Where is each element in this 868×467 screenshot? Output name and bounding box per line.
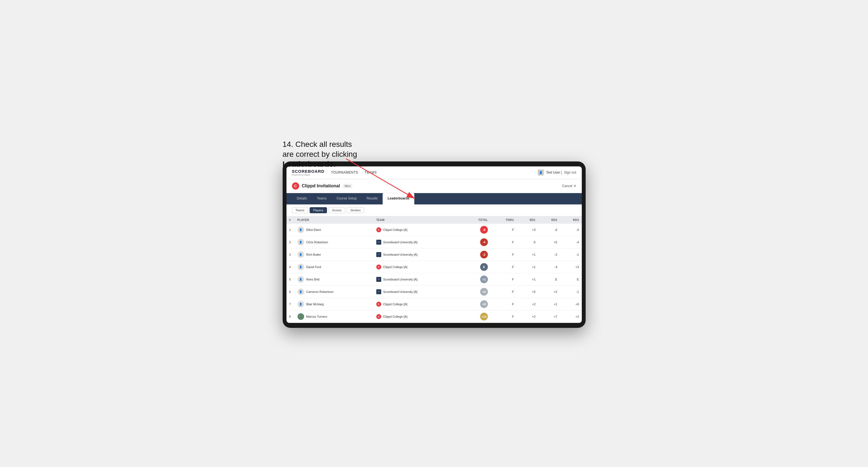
player-name: Marcus Turners (306, 315, 327, 318)
cell-rd1: +1 (517, 273, 538, 285)
team-logo: ≡ (376, 252, 381, 257)
cell-rank: 5 (286, 273, 295, 285)
tablet-frame: SCOREBOARD Powered by clippd TOURNAMENTS… (283, 161, 586, 328)
total-badge: -4 (480, 238, 488, 246)
total-badge: +9 (480, 300, 488, 308)
cell-thru: F (491, 224, 517, 236)
player-name: Chris Robertson (306, 241, 328, 244)
total-badge: +11 (480, 313, 488, 320)
cell-rd3: -1 (560, 285, 582, 298)
col-player: PLAYER (295, 216, 374, 224)
team-logo: ≡ (376, 240, 381, 245)
cell-total: E (462, 261, 491, 273)
cell-rd1: +2 (517, 298, 538, 310)
nav-link-tournaments[interactable]: TOURNAMENTS (331, 170, 358, 175)
player-avatar: 👤 (298, 239, 304, 246)
cell-rd1: +3 (517, 224, 538, 236)
tab-course-setup[interactable]: Course Setup (332, 193, 362, 205)
user-label: Test User | (546, 170, 562, 175)
table-row: 3👤Rich Butler≡Scoreboard University [A]-… (286, 248, 582, 261)
cell-team: ≡Scoreboard University [A] (374, 273, 462, 285)
cancel-button[interactable]: Cancel ✕ (562, 184, 576, 188)
leaderboard-table: # PLAYER TEAM TOTAL THRU RD1 RD2 RD3 1👤E… (286, 216, 582, 323)
cell-rd1: +1 (517, 248, 538, 261)
cell-rd1: +1 (517, 261, 538, 273)
logo-title: SCOREBOARD (292, 169, 324, 174)
table-body: 1👤Elliot EbertCClippd College [A]-8F+3-6… (286, 224, 582, 323)
instruction-line2: are correct by clicking (283, 150, 357, 158)
nav-logo: SCOREBOARD Powered by clippd (292, 169, 324, 176)
cell-team: CClippd College [A] (374, 310, 462, 323)
instruction-line1: 14. Check all results (283, 140, 352, 149)
cell-thru: F (491, 261, 517, 273)
filter-teams[interactable]: Teams (292, 207, 308, 213)
tablet-screen: SCOREBOARD Powered by clippd TOURNAMENTS… (286, 166, 582, 323)
player-name: Rich Butler (306, 253, 321, 256)
cell-rd3: +6 (560, 298, 582, 310)
team-logo: C (376, 264, 381, 270)
cell-rank: 6 (286, 285, 295, 298)
cell-rank: 3 (286, 248, 295, 261)
team-name: Clippd College [A] (383, 228, 407, 231)
team-name: Clippd College [A] (383, 265, 407, 269)
total-badge: E (480, 263, 488, 271)
cell-player: 👤Rich Butler (295, 248, 374, 261)
cell-rd1: +5 (517, 285, 538, 298)
cell-total: +1 (462, 273, 491, 285)
col-rank: # (286, 216, 295, 224)
cell-team: CClippd College [A] (374, 261, 462, 273)
cell-player: 👤Elliot Ebert (295, 224, 374, 236)
filter-strokes[interactable]: Strokes (347, 207, 364, 213)
team-logo: C (376, 302, 381, 307)
tournament-name: Clippd Invitational (302, 184, 340, 188)
team-name: Scoreboard University [A] (383, 241, 417, 244)
team-name: Clippd College [A] (383, 315, 407, 318)
cell-rd2: +5 (538, 236, 560, 248)
cell-thru: F (491, 248, 517, 261)
total-badge: +6 (480, 288, 488, 295)
cell-team: CClippd College [A] (374, 224, 462, 236)
cell-player: 👤Rees Britt (295, 273, 374, 285)
tab-results[interactable]: Results (362, 193, 383, 205)
table-row: 7👤Blair McHargCClippd College [A]+9F+2+1… (286, 298, 582, 310)
cell-player: 👤Chris Robertson (295, 236, 374, 248)
cell-rank: 7 (286, 298, 295, 310)
cell-player: 👤Blair McHarg (295, 298, 374, 310)
player-avatar: 👤 (298, 276, 304, 283)
filter-row: Teams Players Scores Strokes (286, 205, 582, 216)
cell-rd3: -4 (560, 236, 582, 248)
cell-total: +9 (462, 298, 491, 310)
col-team: TEAM (374, 216, 462, 224)
cell-rank: 8 (286, 310, 295, 323)
cell-thru: F (491, 236, 517, 248)
cell-team: CClippd College [A] (374, 298, 462, 310)
tab-leaderboards[interactable]: Leaderboards (383, 193, 414, 205)
table-row: 8🏌Marcus TurnersCClippd College [A]+11F+… (286, 310, 582, 323)
sign-out-link[interactable]: Sign out (564, 170, 576, 175)
cell-rank: 1 (286, 224, 295, 236)
logo-sub: Powered by clippd (292, 174, 324, 176)
table-header: # PLAYER TEAM TOTAL THRU RD1 RD2 RD3 (286, 216, 582, 224)
cell-player: 👤David Ford (295, 261, 374, 273)
nav-link-teams[interactable]: TEAMS (365, 170, 377, 175)
filter-players[interactable]: Players (310, 207, 327, 213)
team-logo: C (376, 314, 381, 319)
cell-rd3: +2 (560, 310, 582, 323)
team-logo: C (376, 227, 381, 232)
tab-teams[interactable]: Teams (312, 193, 331, 205)
cell-rd3: -5 (560, 224, 582, 236)
player-avatar: 👤 (298, 226, 304, 233)
table-row: 5👤Rees Britt≡Scoreboard University [A]+1… (286, 273, 582, 285)
instruction-bold: Leaderboards. (283, 160, 336, 168)
filter-scores[interactable]: Scores (329, 207, 345, 213)
player-name: Blair McHarg (306, 303, 324, 306)
tab-details[interactable]: Details (292, 193, 312, 205)
table-row: 4👤David FordCClippd College [A]EF+1-4+3 (286, 261, 582, 273)
player-avatar: 👤 (298, 264, 304, 270)
player-name: David Ford (306, 265, 321, 269)
cell-player: 🏌Marcus Turners (295, 310, 374, 323)
cell-rd2: +1 (538, 298, 560, 310)
cell-thru: F (491, 285, 517, 298)
cell-rd1: +2 (517, 310, 538, 323)
cell-rd2: -4 (538, 261, 560, 273)
